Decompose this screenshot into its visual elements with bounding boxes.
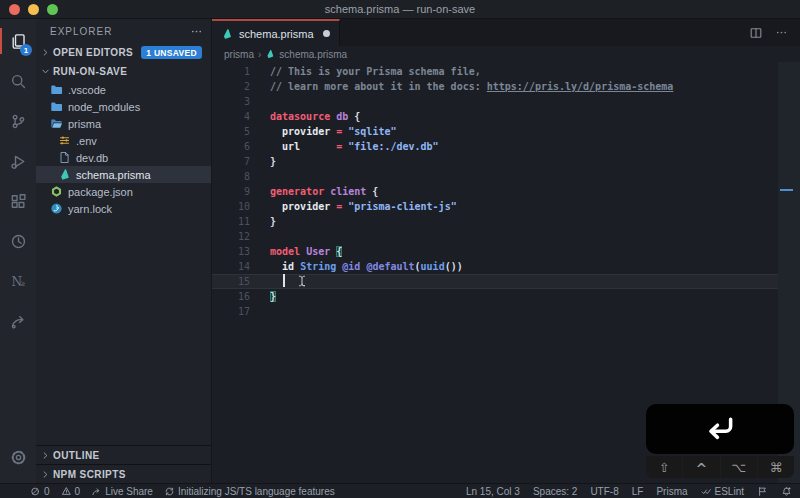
activity-item-run-debug[interactable] (0, 141, 36, 181)
status-spaces-2[interactable]: Spaces: 2 (533, 486, 577, 497)
code-line-16[interactable]: 16} (212, 289, 800, 304)
sidebar-title: EXPLORER (50, 26, 112, 37)
status-lf[interactable]: LF (632, 486, 644, 497)
line-number: 17 (212, 304, 250, 319)
line-content: // This is your Prisma schema file, (270, 64, 481, 79)
file-dev.db[interactable]: dev.db (36, 149, 211, 166)
breadcrumb-file[interactable]: schema.prisma (279, 49, 347, 60)
code-line-2[interactable]: 2// learn more about it in the docs: htt… (212, 79, 800, 94)
yarn-icon (50, 202, 63, 215)
status-ln-15-col-3[interactable]: Ln 15, Col 3 (466, 486, 520, 497)
status-text: Prisma (656, 486, 687, 497)
more-actions-button[interactable] (775, 26, 788, 39)
file-label: .vscode (68, 84, 106, 96)
sidebar-more-actions-button[interactable] (190, 25, 203, 38)
activity-bar: 1N≥ (0, 19, 36, 483)
code-line-1[interactable]: 1// This is your Prisma schema file, (212, 64, 800, 79)
npm-scripts-label: NPM SCRIPTS (53, 469, 126, 480)
live-share-icon (91, 486, 102, 497)
status-initializing-js-ts-language-features[interactable]: Initializing JS/TS language features (164, 486, 335, 497)
activity-item-extensions[interactable] (0, 181, 36, 221)
code-line-11[interactable]: 11} (212, 214, 800, 229)
code-line-5[interactable]: 5 provider = "sqlite" (212, 124, 800, 139)
close-window-button[interactable] (9, 4, 20, 15)
open-editors-section[interactable]: OPEN EDITORS 1 UNSAVED (36, 43, 211, 62)
status-bell[interactable] (781, 486, 792, 497)
line-content: provider = "sqlite" (270, 124, 396, 139)
code-line-4[interactable]: 4datasource db { (212, 109, 800, 124)
code-line-3[interactable]: 3 (212, 94, 800, 109)
outline-section[interactable]: OUTLINE (36, 445, 211, 464)
status-eslint[interactable]: ESLint (701, 486, 744, 497)
return-key-icon (646, 404, 794, 454)
code-line-15[interactable]: 15 (212, 274, 800, 289)
code-line-6[interactable]: 6 url = "file:./dev.db" (212, 139, 800, 154)
file-yarn.lock[interactable]: yarn.lock (36, 200, 211, 217)
line-content: } (270, 289, 276, 304)
activity-item-history-clock[interactable] (0, 221, 36, 261)
line-number: 8 (212, 169, 250, 184)
share-arrow-icon (10, 313, 27, 330)
file-node_modules[interactable]: node_modules (36, 98, 211, 115)
bell-icon (781, 486, 792, 497)
line-content (270, 274, 285, 289)
line-number: 4 (212, 109, 250, 124)
line-number: 1 (212, 64, 250, 79)
unsaved-dot-icon (323, 30, 330, 37)
status-prisma[interactable]: Prisma (656, 486, 687, 497)
prisma-icon (58, 168, 71, 181)
split-editor-button[interactable] (749, 26, 763, 40)
source-control-icon (10, 113, 27, 130)
code-line-17[interactable]: 17 (212, 304, 800, 319)
workspace-name: RUN-ON-SAVE (53, 66, 127, 77)
maximize-window-button[interactable] (47, 4, 58, 15)
status-text: 0 (44, 486, 50, 497)
file-.env[interactable]: .env (36, 132, 211, 149)
tab-label: schema.prisma (239, 28, 314, 40)
line-number: 11 (212, 214, 250, 229)
activity-item-source-control[interactable] (0, 101, 36, 141)
code-line-9[interactable]: 9generator client { (212, 184, 800, 199)
line-number: 7 (212, 154, 250, 169)
code-line-12[interactable]: 12 (212, 229, 800, 244)
line-content: datasource db { (270, 109, 360, 124)
file-label: node_modules (68, 101, 140, 113)
file-prisma[interactable]: prisma (36, 115, 211, 132)
activity-item-n2[interactable]: N≥ (0, 261, 36, 301)
activity-item-explorer[interactable]: 1 (0, 21, 36, 61)
code-line-13[interactable]: 13model User { (212, 244, 800, 259)
status-0[interactable]: 0 (61, 486, 81, 497)
activity-item-share-arrow[interactable] (0, 301, 36, 341)
modifier-keys-row: ⇧^⌥⌘ (646, 456, 794, 478)
workspace-section[interactable]: RUN-ON-SAVE (36, 62, 211, 81)
file-.vscode[interactable]: .vscode (36, 81, 211, 98)
status-text: Initializing JS/TS language features (178, 486, 335, 497)
activity-bar-bottom (0, 437, 36, 477)
chevron-right-icon (40, 469, 51, 480)
code-line-14[interactable]: 14 id String @id @default(uuid()) (212, 259, 800, 274)
tab-schema-prisma[interactable]: schema.prisma (212, 19, 340, 46)
status-0[interactable]: 0 (30, 486, 50, 497)
line-content: generator client { (270, 184, 378, 199)
minimize-window-button[interactable] (28, 4, 39, 15)
status-live-share[interactable]: Live Share (91, 486, 153, 497)
status-utf-8[interactable]: UTF-8 (590, 486, 618, 497)
npm-scripts-section[interactable]: NPM SCRIPTS (36, 464, 211, 483)
status-text: Live Share (105, 486, 153, 497)
activity-item-search[interactable] (0, 61, 36, 101)
code-line-10[interactable]: 10 provider = "prisma-client-js" (212, 199, 800, 214)
file-package.json[interactable]: package.json (36, 183, 211, 200)
status-feedback[interactable] (757, 486, 768, 497)
prisma-file-icon (265, 49, 275, 59)
breadcrumb-folder[interactable]: prisma (224, 49, 254, 60)
code-line-8[interactable]: 8 (212, 169, 800, 184)
sync-icon (164, 486, 175, 497)
file-schema.prisma[interactable]: schema.prisma (36, 166, 211, 183)
node-icon (50, 185, 63, 198)
line-number: 15 (212, 274, 250, 289)
line-number: 10 (212, 199, 250, 214)
activity-item-settings-gear[interactable] (0, 437, 36, 477)
line-content: // learn more about it in the docs: http… (270, 79, 673, 94)
code-line-7[interactable]: 7} (212, 154, 800, 169)
search-icon (10, 73, 27, 90)
